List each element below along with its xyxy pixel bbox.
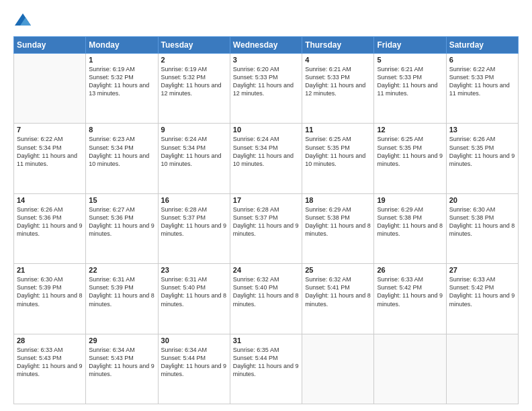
day-info: Sunrise: 6:24 AM Sunset: 5:34 PM Dayligh… xyxy=(161,135,227,168)
day-number: 27 xyxy=(449,266,515,274)
calendar-cell: 1Sunrise: 6:19 AM Sunset: 5:32 PM Daylig… xyxy=(86,54,158,124)
logo-icon xyxy=(13,12,32,31)
day-number: 21 xyxy=(17,266,83,274)
day-number: 11 xyxy=(305,126,371,134)
calendar-cell: 11Sunrise: 6:25 AM Sunset: 5:35 PM Dayli… xyxy=(302,124,374,193)
day-info: Sunrise: 6:30 AM Sunset: 5:39 PM Dayligh… xyxy=(17,275,83,308)
day-number: 12 xyxy=(377,126,443,134)
calendar-cell: 14Sunrise: 6:26 AM Sunset: 5:36 PM Dayli… xyxy=(14,193,86,263)
day-number: 25 xyxy=(305,266,371,274)
calendar-cell: 12Sunrise: 6:25 AM Sunset: 5:35 PM Dayli… xyxy=(374,124,446,193)
day-number: 9 xyxy=(161,126,227,134)
day-info: Sunrise: 6:22 AM Sunset: 5:34 PM Dayligh… xyxy=(17,135,83,168)
day-info: Sunrise: 6:25 AM Sunset: 5:35 PM Dayligh… xyxy=(305,135,371,168)
calendar-cell xyxy=(446,334,518,404)
day-number: 14 xyxy=(17,196,83,204)
calendar-week-row: 21Sunrise: 6:30 AM Sunset: 5:39 PM Dayli… xyxy=(14,264,519,334)
calendar-cell: 2Sunrise: 6:19 AM Sunset: 5:32 PM Daylig… xyxy=(158,54,230,124)
day-number: 7 xyxy=(17,126,83,134)
calendar-week-row: 7Sunrise: 6:22 AM Sunset: 5:34 PM Daylig… xyxy=(14,124,519,193)
calendar-cell: 4Sunrise: 6:21 AM Sunset: 5:33 PM Daylig… xyxy=(302,54,374,124)
day-info: Sunrise: 6:32 AM Sunset: 5:40 PM Dayligh… xyxy=(233,275,299,308)
weekday-header: Thursday xyxy=(302,37,374,54)
day-info: Sunrise: 6:21 AM Sunset: 5:33 PM Dayligh… xyxy=(377,65,443,98)
day-info: Sunrise: 6:22 AM Sunset: 5:33 PM Dayligh… xyxy=(449,65,515,98)
calendar-week-row: 28Sunrise: 6:33 AM Sunset: 5:43 PM Dayli… xyxy=(14,334,519,404)
header xyxy=(13,12,519,31)
day-info: Sunrise: 6:27 AM Sunset: 5:36 PM Dayligh… xyxy=(89,205,154,238)
calendar-cell: 27Sunrise: 6:33 AM Sunset: 5:42 PM Dayli… xyxy=(446,264,518,334)
day-number: 10 xyxy=(233,126,299,134)
calendar-cell xyxy=(302,334,374,404)
calendar-table: SundayMondayTuesdayWednesdayThursdayFrid… xyxy=(13,36,519,404)
day-info: Sunrise: 6:33 AM Sunset: 5:43 PM Dayligh… xyxy=(17,346,83,379)
day-info: Sunrise: 6:33 AM Sunset: 5:42 PM Dayligh… xyxy=(377,275,443,308)
day-info: Sunrise: 6:32 AM Sunset: 5:41 PM Dayligh… xyxy=(305,275,371,308)
calendar-cell: 8Sunrise: 6:23 AM Sunset: 5:34 PM Daylig… xyxy=(86,124,158,193)
calendar-cell: 18Sunrise: 6:29 AM Sunset: 5:38 PM Dayli… xyxy=(302,193,374,263)
calendar-cell: 26Sunrise: 6:33 AM Sunset: 5:42 PM Dayli… xyxy=(374,264,446,334)
calendar-cell: 29Sunrise: 6:34 AM Sunset: 5:43 PM Dayli… xyxy=(86,334,158,404)
day-info: Sunrise: 6:26 AM Sunset: 5:36 PM Dayligh… xyxy=(17,205,83,238)
weekday-header: Tuesday xyxy=(158,37,230,54)
day-info: Sunrise: 6:33 AM Sunset: 5:42 PM Dayligh… xyxy=(449,275,515,308)
weekday-header: Sunday xyxy=(14,37,86,54)
calendar-cell: 22Sunrise: 6:31 AM Sunset: 5:39 PM Dayli… xyxy=(86,264,158,334)
day-number: 24 xyxy=(233,266,299,274)
calendar-cell: 25Sunrise: 6:32 AM Sunset: 5:41 PM Dayli… xyxy=(302,264,374,334)
day-info: Sunrise: 6:31 AM Sunset: 5:40 PM Dayligh… xyxy=(161,275,227,308)
day-info: Sunrise: 6:29 AM Sunset: 5:38 PM Dayligh… xyxy=(377,205,443,238)
day-number: 6 xyxy=(449,56,515,64)
day-number: 3 xyxy=(233,56,299,64)
calendar-cell xyxy=(374,334,446,404)
day-info: Sunrise: 6:23 AM Sunset: 5:34 PM Dayligh… xyxy=(89,135,154,168)
day-info: Sunrise: 6:30 AM Sunset: 5:38 PM Dayligh… xyxy=(449,205,515,238)
day-number: 1 xyxy=(89,56,154,64)
calendar-cell: 23Sunrise: 6:31 AM Sunset: 5:40 PM Dayli… xyxy=(158,264,230,334)
day-info: Sunrise: 6:19 AM Sunset: 5:32 PM Dayligh… xyxy=(161,65,227,98)
day-info: Sunrise: 6:21 AM Sunset: 5:33 PM Dayligh… xyxy=(305,65,371,98)
day-number: 2 xyxy=(161,56,227,64)
day-number: 13 xyxy=(449,126,515,134)
calendar-cell: 17Sunrise: 6:28 AM Sunset: 5:37 PM Dayli… xyxy=(230,193,302,263)
weekday-header: Saturday xyxy=(446,37,518,54)
day-number: 28 xyxy=(17,336,83,345)
weekday-header: Wednesday xyxy=(230,37,302,54)
day-info: Sunrise: 6:28 AM Sunset: 5:37 PM Dayligh… xyxy=(161,205,227,238)
day-number: 19 xyxy=(377,196,443,204)
calendar-cell: 30Sunrise: 6:34 AM Sunset: 5:44 PM Dayli… xyxy=(158,334,230,404)
calendar-cell: 15Sunrise: 6:27 AM Sunset: 5:36 PM Dayli… xyxy=(86,193,158,263)
calendar-cell: 31Sunrise: 6:35 AM Sunset: 5:44 PM Dayli… xyxy=(230,334,302,404)
calendar-cell: 24Sunrise: 6:32 AM Sunset: 5:40 PM Dayli… xyxy=(230,264,302,334)
day-info: Sunrise: 6:31 AM Sunset: 5:39 PM Dayligh… xyxy=(89,275,154,308)
calendar-week-row: 14Sunrise: 6:26 AM Sunset: 5:36 PM Dayli… xyxy=(14,193,519,263)
day-number: 18 xyxy=(305,196,371,204)
day-number: 4 xyxy=(305,56,371,64)
calendar-cell: 7Sunrise: 6:22 AM Sunset: 5:34 PM Daylig… xyxy=(14,124,86,193)
day-number: 30 xyxy=(161,336,227,345)
day-info: Sunrise: 6:20 AM Sunset: 5:33 PM Dayligh… xyxy=(233,65,299,98)
day-number: 26 xyxy=(377,266,443,274)
calendar-cell: 21Sunrise: 6:30 AM Sunset: 5:39 PM Dayli… xyxy=(14,264,86,334)
day-number: 22 xyxy=(89,266,154,274)
day-number: 31 xyxy=(233,336,299,345)
day-number: 29 xyxy=(89,336,154,345)
day-info: Sunrise: 6:34 AM Sunset: 5:44 PM Dayligh… xyxy=(161,346,227,379)
calendar-cell: 3Sunrise: 6:20 AM Sunset: 5:33 PM Daylig… xyxy=(230,54,302,124)
calendar-cell: 19Sunrise: 6:29 AM Sunset: 5:38 PM Dayli… xyxy=(374,193,446,263)
day-info: Sunrise: 6:24 AM Sunset: 5:34 PM Dayligh… xyxy=(233,135,299,168)
day-info: Sunrise: 6:19 AM Sunset: 5:32 PM Dayligh… xyxy=(89,65,154,98)
calendar-cell: 20Sunrise: 6:30 AM Sunset: 5:38 PM Dayli… xyxy=(446,193,518,263)
day-info: Sunrise: 6:35 AM Sunset: 5:44 PM Dayligh… xyxy=(233,346,299,379)
calendar-header-row: SundayMondayTuesdayWednesdayThursdayFrid… xyxy=(14,37,519,54)
calendar-cell: 6Sunrise: 6:22 AM Sunset: 5:33 PM Daylig… xyxy=(446,54,518,124)
weekday-header: Friday xyxy=(374,37,446,54)
day-number: 20 xyxy=(449,196,515,204)
day-number: 15 xyxy=(89,196,154,204)
day-info: Sunrise: 6:28 AM Sunset: 5:37 PM Dayligh… xyxy=(233,205,299,238)
day-number: 17 xyxy=(233,196,299,204)
day-number: 23 xyxy=(161,266,227,274)
calendar-week-row: 1Sunrise: 6:19 AM Sunset: 5:32 PM Daylig… xyxy=(14,54,519,124)
calendar-cell: 16Sunrise: 6:28 AM Sunset: 5:37 PM Dayli… xyxy=(158,193,230,263)
calendar-cell: 5Sunrise: 6:21 AM Sunset: 5:33 PM Daylig… xyxy=(374,54,446,124)
